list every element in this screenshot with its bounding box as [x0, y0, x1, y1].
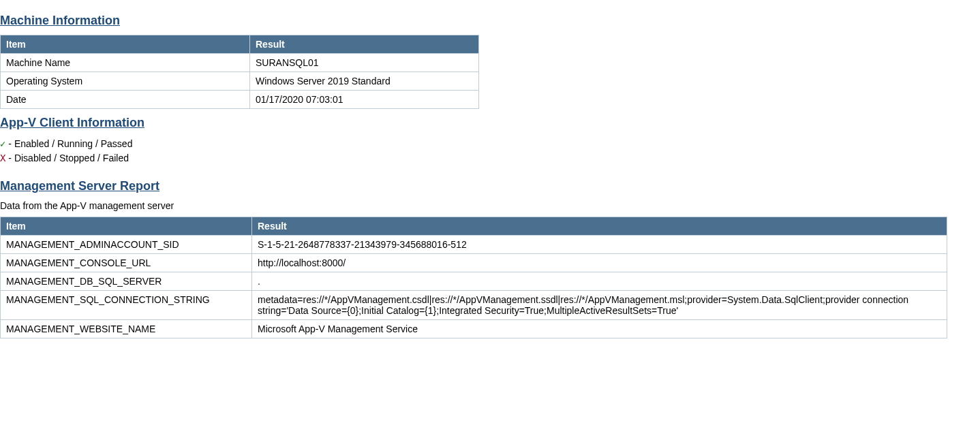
- mgmt-result-cell: S-1-5-21-2648778337-21343979-345688016-5…: [252, 236, 947, 254]
- machine-th-item: Item: [1, 35, 250, 54]
- legend-pass-text: - Enabled / Running / Passed: [8, 138, 132, 149]
- legend: ✓ - Enabled / Running / Passed X - Disab…: [0, 137, 980, 165]
- mgmt-result-cell: Microsoft App-V Management Service: [252, 320, 947, 338]
- mgmt-subtext: Data from the App-V management server: [0, 200, 980, 211]
- mgmt-result-cell: http://localhost:8000/: [252, 254, 947, 272]
- table-row: MANAGEMENT_SQL_CONNECTION_STRING metadat…: [1, 291, 947, 320]
- machine-info-table: Item Result Machine Name SURANSQL01 Oper…: [0, 35, 479, 109]
- mgmt-item-cell: MANAGEMENT_DB_SQL_SERVER: [1, 272, 252, 291]
- table-row: Machine Name SURANSQL01: [1, 54, 479, 72]
- mgmt-report-table: Item Result MANAGEMENT_ADMINACCOUNT_SID …: [0, 217, 947, 338]
- appv-client-heading: App-V Client Information: [0, 116, 980, 130]
- mgmt-report-heading: Management Server Report: [0, 179, 980, 193]
- mgmt-item-cell: MANAGEMENT_CONSOLE_URL: [1, 254, 252, 272]
- machine-th-result: Result: [250, 35, 479, 54]
- table-row: Operating System Windows Server 2019 Sta…: [1, 72, 479, 91]
- table-row: Date 01/17/2020 07:03:01: [1, 91, 479, 109]
- x-icon: X: [0, 153, 5, 163]
- legend-fail: X - Disabled / Stopped / Failed: [0, 151, 980, 165]
- mgmt-result-cell: metadata=res://*/AppVManagement.csdl|res…: [252, 291, 947, 320]
- mgmt-result-cell: .: [252, 272, 947, 291]
- mgmt-item-cell: MANAGEMENT_WEBSITE_NAME: [1, 320, 252, 338]
- mgmt-item-cell: MANAGEMENT_ADMINACCOUNT_SID: [1, 236, 252, 254]
- table-row: MANAGEMENT_ADMINACCOUNT_SID S-1-5-21-264…: [1, 236, 947, 254]
- machine-info-heading: Machine Information: [0, 14, 980, 28]
- mgmt-item-cell: MANAGEMENT_SQL_CONNECTION_STRING: [1, 291, 252, 320]
- mgmt-th-item: Item: [1, 217, 252, 236]
- table-row: MANAGEMENT_WEBSITE_NAME Microsoft App-V …: [1, 320, 947, 338]
- check-icon: ✓: [0, 138, 5, 149]
- legend-pass: ✓ - Enabled / Running / Passed: [0, 137, 980, 151]
- machine-item-cell: Machine Name: [1, 54, 250, 72]
- machine-item-cell: Date: [1, 91, 250, 109]
- mgmt-th-result: Result: [252, 217, 947, 236]
- legend-fail-text: - Disabled / Stopped / Failed: [8, 153, 129, 163]
- machine-result-cell: Windows Server 2019 Standard: [250, 72, 479, 91]
- machine-result-cell: 01/17/2020 07:03:01: [250, 91, 479, 109]
- table-row: MANAGEMENT_CONSOLE_URL http://localhost:…: [1, 254, 947, 272]
- machine-item-cell: Operating System: [1, 72, 250, 91]
- table-row: MANAGEMENT_DB_SQL_SERVER .: [1, 272, 947, 291]
- machine-result-cell: SURANSQL01: [250, 54, 479, 72]
